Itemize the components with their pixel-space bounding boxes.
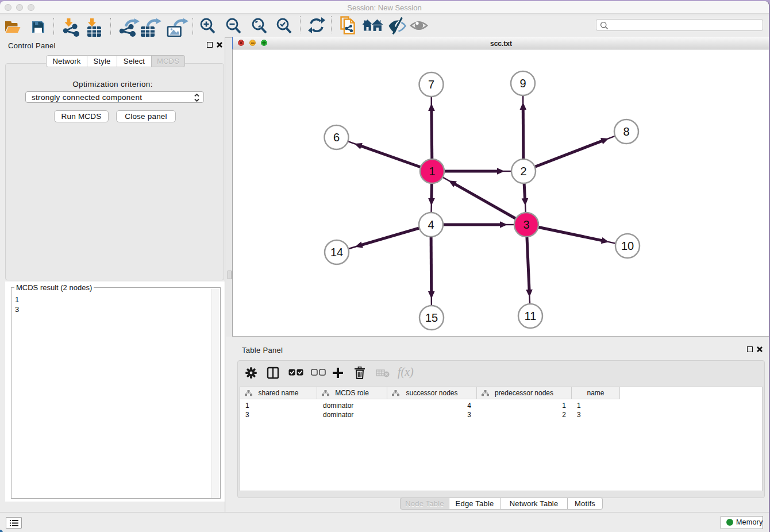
svg-text:6: 6 xyxy=(333,131,340,144)
svg-text:15: 15 xyxy=(425,311,438,324)
svg-text:14: 14 xyxy=(330,246,343,259)
svg-text:10: 10 xyxy=(621,240,634,252)
svg-text:8: 8 xyxy=(623,125,629,138)
svg-text:7: 7 xyxy=(428,78,434,91)
svg-text:1: 1 xyxy=(429,165,435,178)
svg-text:2: 2 xyxy=(520,165,526,178)
svg-text:11: 11 xyxy=(525,310,537,322)
svg-text:9: 9 xyxy=(519,77,526,90)
svg-text:3: 3 xyxy=(523,218,529,231)
svg-text:4: 4 xyxy=(428,218,434,231)
